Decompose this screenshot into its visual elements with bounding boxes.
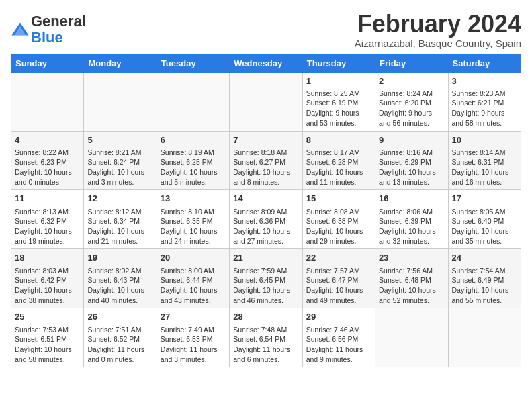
- day-info: Sunrise: 8:17 AMSunset: 6:28 PMDaylight:…: [306, 148, 371, 187]
- day-number: 16: [379, 193, 444, 205]
- subtitle: Aizarnazabal, Basque Country, Spain: [355, 38, 521, 49]
- day-info: Sunrise: 8:12 AMSunset: 6:34 PMDaylight:…: [87, 207, 152, 246]
- day-number: 14: [233, 193, 298, 205]
- day-number: 8: [306, 134, 371, 146]
- day-info: Sunrise: 8:23 AMSunset: 6:21 PMDaylight:…: [452, 89, 517, 128]
- day-cell: 12Sunrise: 8:12 AMSunset: 6:34 PMDayligh…: [84, 190, 157, 249]
- day-number: 25: [15, 311, 80, 323]
- logo: General Blue: [11, 13, 86, 46]
- day-number: 2: [379, 75, 444, 87]
- day-number: 23: [379, 252, 444, 264]
- day-number: 3: [452, 75, 517, 87]
- day-cell: 4Sunrise: 8:22 AMSunset: 6:23 PMDaylight…: [11, 131, 84, 190]
- day-cell: 22Sunrise: 7:57 AMSunset: 6:47 PMDayligh…: [302, 249, 375, 308]
- day-cell: 15Sunrise: 8:08 AMSunset: 6:38 PMDayligh…: [302, 190, 375, 249]
- day-number: 20: [161, 252, 226, 264]
- page-header: General Blue February 2024 Aizarnazabal,…: [11, 11, 521, 49]
- day-info: Sunrise: 7:59 AMSunset: 6:45 PMDaylight:…: [233, 266, 298, 306]
- day-number: 24: [452, 252, 517, 264]
- day-number: 19: [87, 252, 152, 264]
- day-cell: 27Sunrise: 7:49 AMSunset: 6:53 PMDayligh…: [157, 308, 229, 367]
- day-info: Sunrise: 7:48 AMSunset: 6:54 PMDaylight:…: [233, 325, 298, 365]
- week-row-5: 25Sunrise: 7:53 AMSunset: 6:51 PMDayligh…: [11, 308, 521, 367]
- day-cell: 19Sunrise: 8:02 AMSunset: 6:43 PMDayligh…: [84, 249, 157, 308]
- logo-blue-text: Blue: [31, 29, 63, 46]
- day-info: Sunrise: 8:19 AMSunset: 6:25 PMDaylight:…: [161, 148, 226, 187]
- weekday-header-row: SundayMondayTuesdayWednesdayThursdayFrid…: [11, 54, 521, 72]
- day-info: Sunrise: 8:24 AMSunset: 6:20 PMDaylight:…: [379, 89, 444, 128]
- day-cell: 5Sunrise: 8:21 AMSunset: 6:24 PMDaylight…: [84, 131, 157, 190]
- weekday-header-thursday: Thursday: [302, 54, 375, 72]
- weekday-header-monday: Monday: [84, 54, 157, 72]
- day-number: 10: [452, 134, 517, 146]
- month-title: February 2024: [355, 11, 521, 38]
- day-number: 13: [161, 193, 226, 205]
- day-number: 17: [452, 193, 517, 205]
- weekday-header-friday: Friday: [375, 54, 448, 72]
- day-number: 12: [87, 193, 152, 205]
- day-cell: 3Sunrise: 8:23 AMSunset: 6:21 PMDaylight…: [448, 72, 521, 131]
- day-cell: 13Sunrise: 8:10 AMSunset: 6:35 PMDayligh…: [157, 190, 229, 249]
- day-number: 15: [306, 193, 371, 205]
- weekday-header-wednesday: Wednesday: [230, 54, 302, 72]
- day-info: Sunrise: 8:02 AMSunset: 6:43 PMDaylight:…: [87, 266, 152, 306]
- day-number: 26: [87, 311, 152, 323]
- day-cell: 8Sunrise: 8:17 AMSunset: 6:28 PMDaylight…: [302, 131, 375, 190]
- weekday-header-sunday: Sunday: [11, 54, 84, 72]
- logo-icon: [11, 20, 30, 39]
- day-cell: 26Sunrise: 7:51 AMSunset: 6:52 PMDayligh…: [84, 308, 157, 367]
- day-cell: 6Sunrise: 8:19 AMSunset: 6:25 PMDaylight…: [157, 131, 229, 190]
- day-info: Sunrise: 8:25 AMSunset: 6:19 PMDaylight:…: [306, 89, 371, 128]
- day-cell: [448, 308, 521, 367]
- day-info: Sunrise: 7:51 AMSunset: 6:52 PMDaylight:…: [87, 325, 152, 365]
- day-number: 22: [306, 252, 371, 264]
- day-cell: [11, 72, 84, 131]
- day-info: Sunrise: 7:56 AMSunset: 6:48 PMDaylight:…: [379, 266, 444, 306]
- day-cell: 7Sunrise: 8:18 AMSunset: 6:27 PMDaylight…: [230, 131, 302, 190]
- day-cell: 18Sunrise: 8:03 AMSunset: 6:42 PMDayligh…: [11, 249, 84, 308]
- day-info: Sunrise: 7:54 AMSunset: 6:49 PMDaylight:…: [452, 266, 517, 306]
- day-number: 29: [306, 311, 371, 323]
- week-row-2: 4Sunrise: 8:22 AMSunset: 6:23 PMDaylight…: [11, 131, 521, 190]
- logo-general-text: General: [31, 13, 86, 30]
- week-row-3: 11Sunrise: 8:13 AMSunset: 6:32 PMDayligh…: [11, 190, 521, 249]
- day-info: Sunrise: 8:10 AMSunset: 6:35 PMDaylight:…: [161, 207, 226, 246]
- day-cell: 28Sunrise: 7:48 AMSunset: 6:54 PMDayligh…: [230, 308, 302, 367]
- day-number: 18: [15, 252, 80, 264]
- day-info: Sunrise: 7:53 AMSunset: 6:51 PMDaylight:…: [15, 325, 80, 365]
- day-info: Sunrise: 8:14 AMSunset: 6:31 PMDaylight:…: [452, 148, 517, 187]
- day-number: 21: [233, 252, 298, 264]
- day-cell: 17Sunrise: 8:05 AMSunset: 6:40 PMDayligh…: [448, 190, 521, 249]
- title-block: February 2024 Aizarnazabal, Basque Count…: [355, 11, 521, 49]
- day-cell: 16Sunrise: 8:06 AMSunset: 6:39 PMDayligh…: [375, 190, 448, 249]
- day-info: Sunrise: 8:16 AMSunset: 6:29 PMDaylight:…: [379, 148, 444, 187]
- day-cell: 10Sunrise: 8:14 AMSunset: 6:31 PMDayligh…: [448, 131, 521, 190]
- day-cell: 21Sunrise: 7:59 AMSunset: 6:45 PMDayligh…: [230, 249, 302, 308]
- day-info: Sunrise: 8:22 AMSunset: 6:23 PMDaylight:…: [15, 148, 80, 187]
- day-cell: 25Sunrise: 7:53 AMSunset: 6:51 PMDayligh…: [11, 308, 84, 367]
- week-row-1: 1Sunrise: 8:25 AMSunset: 6:19 PMDaylight…: [11, 72, 521, 131]
- day-number: 7: [233, 134, 298, 146]
- week-row-4: 18Sunrise: 8:03 AMSunset: 6:42 PMDayligh…: [11, 249, 521, 308]
- day-cell: 14Sunrise: 8:09 AMSunset: 6:36 PMDayligh…: [230, 190, 302, 249]
- day-number: 28: [233, 311, 298, 323]
- day-info: Sunrise: 8:21 AMSunset: 6:24 PMDaylight:…: [87, 148, 152, 187]
- day-info: Sunrise: 8:09 AMSunset: 6:36 PMDaylight:…: [233, 207, 298, 246]
- day-cell: 24Sunrise: 7:54 AMSunset: 6:49 PMDayligh…: [448, 249, 521, 308]
- day-info: Sunrise: 8:00 AMSunset: 6:44 PMDaylight:…: [161, 266, 226, 306]
- day-number: 4: [15, 134, 80, 146]
- day-info: Sunrise: 8:06 AMSunset: 6:39 PMDaylight:…: [379, 207, 444, 246]
- day-info: Sunrise: 8:18 AMSunset: 6:27 PMDaylight:…: [233, 148, 298, 187]
- weekday-header-saturday: Saturday: [448, 54, 521, 72]
- day-number: 6: [161, 134, 226, 146]
- day-info: Sunrise: 7:57 AMSunset: 6:47 PMDaylight:…: [306, 266, 371, 306]
- calendar-table: SundayMondayTuesdayWednesdayThursdayFrid…: [11, 54, 521, 368]
- day-info: Sunrise: 8:05 AMSunset: 6:40 PMDaylight:…: [452, 207, 517, 246]
- weekday-header-tuesday: Tuesday: [157, 54, 229, 72]
- day-cell: [84, 72, 157, 131]
- day-number: 5: [87, 134, 152, 146]
- day-info: Sunrise: 8:13 AMSunset: 6:32 PMDaylight:…: [15, 207, 80, 246]
- day-info: Sunrise: 7:46 AMSunset: 6:56 PMDaylight:…: [306, 325, 371, 365]
- day-number: 11: [15, 193, 80, 205]
- day-number: 1: [306, 75, 371, 87]
